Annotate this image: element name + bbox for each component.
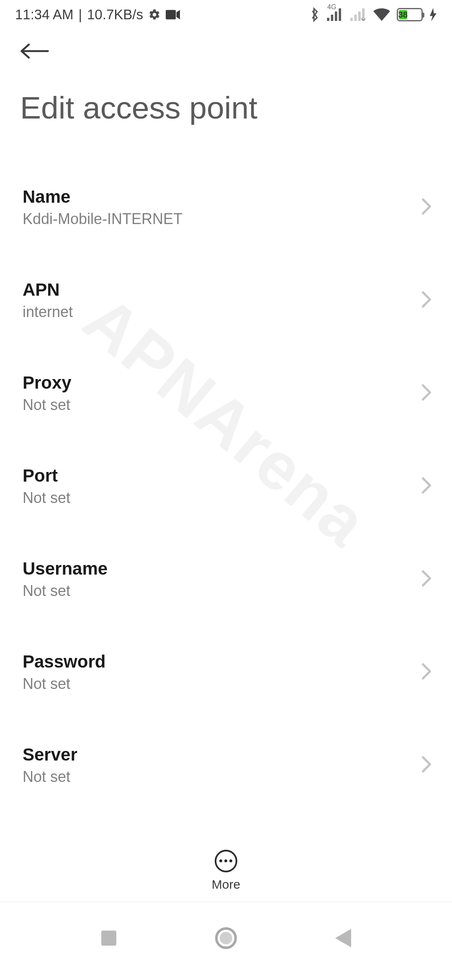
nav-home-button[interactable] <box>213 926 239 951</box>
wifi-icon <box>373 8 390 21</box>
chevron-right-icon <box>421 756 432 775</box>
battery-indicator: 38 <box>397 8 423 21</box>
chevron-right-icon <box>421 198 432 217</box>
page-title: Edit access point <box>20 90 432 126</box>
svg-rect-4 <box>339 8 341 21</box>
setting-row-password[interactable]: Password Not set <box>0 637 452 708</box>
more-button[interactable]: More <box>212 850 240 892</box>
svg-rect-5 <box>350 18 353 21</box>
svg-rect-2 <box>331 15 334 21</box>
nav-back-button[interactable] <box>331 926 356 951</box>
chevron-right-icon <box>421 477 432 496</box>
setting-label: APN <box>23 280 73 300</box>
status-bar: 11:34 AM | 10.7KB/s 4G 38 <box>0 0 452 29</box>
charging-icon <box>429 8 437 21</box>
settings-list: Name Kddi-Mobile-INTERNET APN internet P… <box>0 172 452 884</box>
status-separator: | <box>78 7 82 23</box>
svg-rect-1 <box>327 18 329 21</box>
back-button[interactable] <box>20 39 53 64</box>
setting-value: Not set <box>23 396 72 414</box>
setting-row-port[interactable]: Port Not set <box>0 451 452 522</box>
status-right: 4G 38 <box>310 7 437 22</box>
setting-label: Server <box>23 745 77 765</box>
chevron-right-icon <box>421 384 432 403</box>
setting-row-proxy[interactable]: Proxy Not set <box>0 358 452 429</box>
header: Edit access point <box>0 29 452 126</box>
signal-4g-icon: 4G <box>326 8 343 21</box>
setting-label: Username <box>23 559 108 579</box>
setting-row-username[interactable]: Username Not set <box>0 544 452 615</box>
status-time: 11:34 AM <box>15 7 73 23</box>
svg-rect-0 <box>166 10 176 20</box>
setting-label: Password <box>23 652 105 672</box>
setting-value: internet <box>23 303 73 321</box>
setting-value: Kddi-Mobile-INTERNET <box>23 210 182 228</box>
chevron-right-icon <box>421 291 432 310</box>
setting-label: Proxy <box>23 373 72 393</box>
bluetooth-icon <box>310 7 320 22</box>
setting-row-server[interactable]: Server Not set <box>0 730 452 801</box>
more-label: More <box>212 877 240 892</box>
setting-row-apn[interactable]: APN internet <box>0 265 452 336</box>
status-left: 11:34 AM | 10.7KB/s <box>15 7 180 23</box>
setting-label: Name <box>23 187 182 207</box>
more-icon <box>215 850 237 872</box>
chevron-right-icon <box>421 663 432 682</box>
square-icon <box>101 931 116 946</box>
setting-row-name[interactable]: Name Kddi-Mobile-INTERNET <box>0 172 452 243</box>
settings-icon <box>148 8 161 21</box>
setting-value: Not set <box>23 768 77 786</box>
svg-rect-3 <box>335 12 337 21</box>
setting-value: Not set <box>23 489 70 507</box>
bottom-toolbar: More <box>0 839 452 902</box>
setting-value: Not set <box>23 675 105 693</box>
status-net-speed: 10.7KB/s <box>87 7 143 23</box>
system-nav-bar <box>0 909 452 980</box>
nav-recent-button[interactable] <box>96 926 121 951</box>
battery-level: 38 <box>399 10 407 19</box>
signal-nosim-icon <box>350 8 367 21</box>
setting-label: Port <box>23 466 70 486</box>
svg-rect-7 <box>358 12 361 21</box>
chevron-right-icon <box>421 570 432 589</box>
setting-value: Not set <box>23 582 108 600</box>
svg-rect-6 <box>354 15 357 21</box>
circle-icon <box>215 927 237 949</box>
triangle-icon <box>335 929 351 947</box>
camera-icon <box>166 10 180 20</box>
